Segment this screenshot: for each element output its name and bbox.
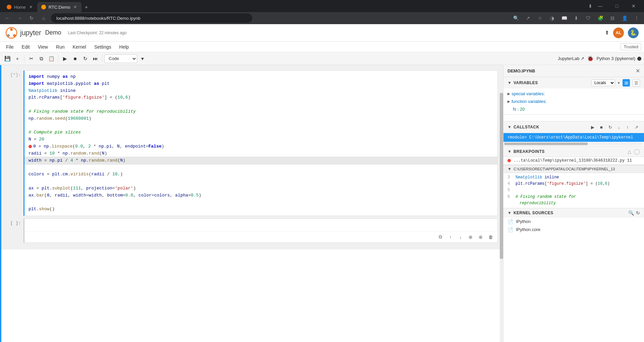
restart-button[interactable]: ↻ (80, 54, 90, 63)
variables-grid-view-btn[interactable]: ⊞ (623, 79, 630, 87)
toolbar-separator-2 (58, 55, 58, 62)
move-down-button[interactable]: ↓ (457, 233, 465, 241)
variables-section-header[interactable]: ▼ VARIABLES Locals Globals ▾ ⊞ ☰ (503, 77, 644, 89)
save-button[interactable]: 💾 (3, 54, 12, 63)
share-button[interactable]: ⬆ (605, 30, 609, 36)
reload-button[interactable]: ↻ (27, 13, 36, 23)
cell-2-container: [ ]: ⧉ ↑ ↓ ⊕ ⊕ 🗑 (0, 219, 503, 243)
callstack-step-into-btn[interactable]: ↓ (615, 123, 623, 131)
maximize-button[interactable]: □ (609, 0, 625, 12)
ks-item-ipython-core[interactable]: 📄 IPython.core (503, 226, 644, 234)
panel-close-button[interactable]: ✕ (636, 68, 640, 74)
source-header[interactable]: ▼ C:\USERS\ORECT\APPDATA\LOCAL\TEMP\IPYK… (503, 165, 644, 173)
stop-button[interactable]: ■ (70, 54, 80, 63)
menu-edit[interactable]: Edit (18, 43, 33, 51)
bp-disable-icon[interactable]: ◯ (634, 148, 640, 155)
puzzle-icon[interactable]: 🧩 (596, 13, 605, 23)
run-button[interactable]: ▶ (60, 54, 70, 63)
tab-rtc[interactable]: RTC:Demo ✕ (37, 2, 82, 12)
close-button[interactable]: ✕ (626, 0, 641, 12)
callstack-item-0[interactable]: <module> C:\Users\orect\AppData\Local\Te… (503, 133, 644, 142)
cell-1-body[interactable]: import numpy as np import matplotlib.pyp… (23, 70, 498, 216)
theme-icon[interactable]: ◑ (547, 13, 557, 23)
kernel-sources-section: ▼ KERNEL SOURCES 🔍 ↻ 📄 IPython 📄 IPython… (503, 208, 644, 234)
delete-cell-button[interactable]: 🗑 (487, 233, 495, 241)
menu-view[interactable]: View (35, 43, 51, 51)
home-button[interactable]: ⌂ (39, 13, 48, 23)
cell-2-code (24, 219, 497, 231)
source-line-6: 6 # Fixing random state for (507, 194, 640, 200)
toolbar-separator-3 (102, 55, 102, 62)
menu-run[interactable]: Run (53, 43, 68, 51)
paste-button[interactable]: 📋 (47, 54, 56, 63)
ks-refresh-btn[interactable]: ↻ (636, 210, 640, 216)
callstack-header[interactable]: ▼ CALLSTACK ▶ ■ ↻ ↓ ↑ ↗ (503, 121, 644, 133)
function-variables-header[interactable]: ▶ function variables: (507, 98, 640, 105)
menu-icon[interactable]: ⋮ (632, 13, 641, 23)
callstack-restart-btn[interactable]: ↻ (606, 123, 614, 131)
main-content: [*]: import numpy as np import matplotli… (0, 65, 644, 342)
callstack-continue-btn[interactable]: ▶ (589, 123, 596, 131)
scope-select[interactable]: Locals Globals (591, 79, 615, 86)
address-bar: ← → ↻ ⌂ localhost:8888/notebooks/RTC:Dem… (0, 12, 644, 24)
forward-button[interactable]: → (15, 13, 24, 23)
star-icon[interactable]: ☆ (535, 13, 545, 23)
bp-item-0-label: ...ta\Local\Temp\ipykernel_13180\3646318… (514, 158, 632, 163)
bug-icon[interactable]: 🐞 (587, 55, 594, 62)
insert-below-button[interactable]: ⊕ (477, 233, 485, 241)
source-line-6b: reproducibility (507, 200, 640, 207)
jupyterlab-button[interactable]: JupyterLab ↗ (558, 56, 584, 61)
menu-help[interactable]: Help (116, 43, 132, 51)
ks-header[interactable]: ▼ KERNEL SOURCES 🔍 ↻ (503, 208, 644, 218)
menu-kernel[interactable]: Kernel (69, 43, 89, 51)
download-icon[interactable]: ⬇ (572, 13, 581, 23)
bp-header[interactable]: ▼ BREAKPOINTS △ ◯ (503, 146, 644, 157)
cell-2-label: [ ]: (0, 219, 23, 226)
shield-icon[interactable]: 🛡 (584, 13, 593, 23)
bookmark-icon[interactable]: ↗ (523, 13, 533, 23)
tab-rtc-close[interactable]: ✕ (73, 4, 77, 10)
cell-type-dropdown[interactable]: ▾ (138, 54, 147, 63)
back-button[interactable]: ← (3, 13, 12, 23)
ks-search-btn[interactable]: 🔍 (628, 210, 634, 216)
bp-warning-icon: △ (628, 149, 631, 154)
notebook-title[interactable]: Demo (45, 29, 61, 36)
notebook-area[interactable]: [*]: import numpy as np import matplotli… (0, 65, 503, 249)
cell-type-select[interactable]: Code Markdown Raw (104, 54, 137, 63)
search-icon[interactable]: 🔍 (511, 13, 521, 23)
source-line-5: 5 (507, 187, 640, 193)
source-code: 3 %matplotlib inline 4 plt.rcParams['fig… (503, 173, 644, 208)
ks-toggle-icon: ▼ (507, 211, 512, 215)
minimize-button[interactable]: — (592, 0, 608, 12)
callstack-step-over-btn[interactable]: ↑ (624, 123, 631, 131)
menu-settings[interactable]: Settings (91, 43, 115, 51)
copy-button[interactable]: ⧉ (37, 54, 46, 63)
callstack-stop-btn[interactable]: ■ (598, 123, 605, 131)
split-icon[interactable]: ⊟ (608, 13, 617, 23)
rtc-favicon (41, 5, 46, 9)
address-field[interactable]: localhost:8888/notebooks/RTC:Demo.ipynb (51, 13, 252, 23)
tab-home-close[interactable]: ✕ (29, 4, 33, 10)
special-variables-header[interactable]: ▶ special variables: (507, 91, 640, 97)
account-icon[interactable]: 👤 (620, 13, 629, 23)
user-avatar: AL (613, 27, 624, 38)
callstack-step-out-btn[interactable]: ↗ (633, 123, 640, 131)
cell-2-body[interactable]: ⧉ ↑ ↓ ⊕ ⊕ 🗑 (23, 219, 498, 243)
source-linenum-6: 6 (507, 194, 513, 200)
menu-file[interactable]: File (3, 43, 17, 51)
ks-item-ipython[interactable]: 📄 IPython (503, 218, 644, 226)
reading-icon[interactable]: 📖 (559, 13, 569, 23)
tab-list-btn[interactable]: ⬇ (588, 3, 592, 9)
notebook-scrollbar-thumb[interactable] (500, 93, 503, 259)
trusted-badge[interactable]: Trusted (621, 43, 641, 50)
copy-cell-button[interactable]: ⧉ (436, 233, 444, 241)
cut-button[interactable]: ✂ (26, 54, 36, 63)
move-up-button[interactable]: ↑ (446, 233, 454, 241)
bp-item-0[interactable]: ...ta\Local\Temp\ipykernel_13180\3646318… (503, 157, 644, 165)
insert-above-button[interactable]: ⊕ (467, 233, 475, 241)
new-tab-button[interactable]: + (82, 3, 91, 12)
tab-home[interactable]: Home ✕ (3, 2, 37, 12)
add-cell-button[interactable]: + (13, 54, 22, 63)
variables-list-view-btn[interactable]: ☰ (633, 79, 640, 87)
restart-run-button[interactable]: ⏭ (91, 54, 100, 63)
